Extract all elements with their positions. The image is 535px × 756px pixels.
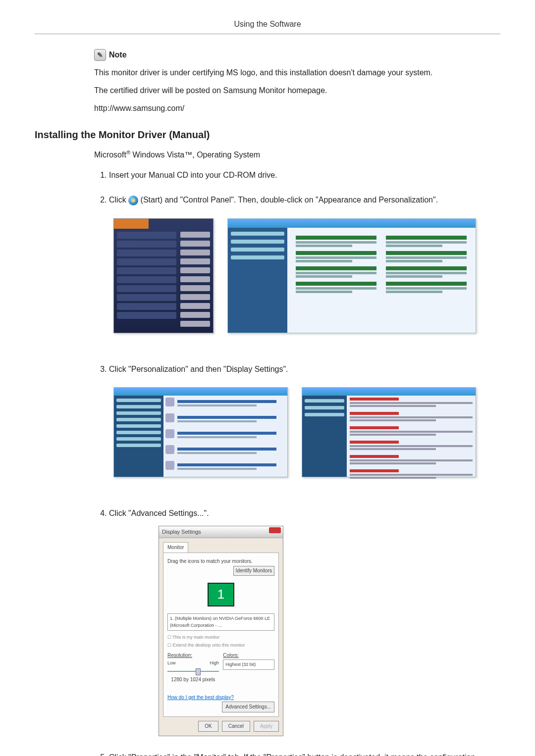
apply-button[interactable]: Apply bbox=[254, 721, 279, 732]
step-5: Click "Properties" in the "Monitor" tab.… bbox=[109, 751, 481, 756]
close-icon[interactable] bbox=[269, 527, 281, 533]
monitor-select-dropdown[interactable]: 1. (Multiple Monitors) on NVIDIA GeForce… bbox=[167, 613, 274, 631]
screenshot-control-panel bbox=[227, 218, 476, 333]
ok-button[interactable]: OK bbox=[198, 721, 218, 732]
page-header-title: Using the Software bbox=[234, 20, 301, 28]
cancel-button[interactable]: Cancel bbox=[222, 721, 250, 732]
screenshot-personalization bbox=[302, 387, 476, 477]
step-1-text: Insert your Manual CD into your CD-ROM d… bbox=[109, 171, 277, 179]
step-3-text: Click "Personalization" and then "Displa… bbox=[109, 365, 288, 373]
section-title: Installing the Monitor Driver (Manual) bbox=[35, 129, 500, 141]
dialog-titlebar: Display Settings bbox=[159, 526, 283, 539]
chk1-label: This is my main monitor bbox=[172, 635, 219, 640]
dialog-title: Display Settings bbox=[162, 529, 201, 535]
subtitle-mid: Windows Vista™, Operating System bbox=[130, 151, 260, 159]
step-2: Click ◉ (Start) and "Control Panel". The… bbox=[109, 194, 481, 348]
screenshot-appearance-personalization bbox=[113, 387, 288, 477]
step-2-text-a: Click bbox=[109, 196, 128, 204]
subtitle-pre: Microsoft bbox=[94, 151, 126, 159]
monitor-icon[interactable]: 1 bbox=[208, 583, 234, 606]
registered-mark: ® bbox=[126, 150, 130, 155]
screenshot-start-menu bbox=[113, 218, 214, 333]
advanced-settings-button[interactable]: Advanced Settings... bbox=[222, 702, 274, 712]
help-link[interactable]: How do I get the best display? bbox=[167, 694, 234, 702]
chk2-label: Extend the desktop onto this monitor bbox=[173, 643, 245, 648]
note-label: Note bbox=[109, 50, 127, 59]
monitor-number: 1 bbox=[217, 584, 224, 605]
resolution-slider[interactable] bbox=[167, 671, 219, 672]
note-line-2: The certified driver will be posted on S… bbox=[94, 85, 481, 97]
note-block: ✎ Note This monitor driver is under cert… bbox=[94, 49, 481, 114]
checkbox-main-monitor[interactable]: ☐ This is my main monitor bbox=[167, 634, 274, 641]
note-line-1: This monitor driver is under certifying … bbox=[94, 67, 481, 79]
note-text: This monitor driver is under certifying … bbox=[94, 67, 481, 114]
identify-monitors-button[interactable]: Identify Monitors bbox=[233, 566, 274, 576]
step-2-text-b: (Start) and "Control Panel". Then, doubl… bbox=[141, 196, 438, 204]
dialog-panel: Drag the icons to match your monitors. I… bbox=[163, 553, 279, 717]
section-subtitle: Microsoft® Windows Vista™, Operating Sys… bbox=[94, 149, 500, 161]
drag-instruction: Drag the icons to match your monitors. bbox=[167, 558, 253, 564]
colors-group: Colors: Highest (32 bit) bbox=[223, 652, 274, 685]
colors-label: Colors: bbox=[223, 652, 274, 659]
screenshot-display-settings-dialog: Display Settings Monitor Drag the icons … bbox=[159, 526, 283, 737]
dialog-button-row: OK Cancel Apply bbox=[163, 721, 279, 732]
step-3: Click "Personalization" and then "Displa… bbox=[109, 363, 481, 493]
slider-low: Low bbox=[167, 659, 176, 666]
note-icon: ✎ bbox=[94, 49, 106, 61]
page-header: Using the Software bbox=[35, 20, 500, 34]
note-label-row: ✎ Note bbox=[94, 49, 481, 61]
current-resolution: 1280 by 1024 pixels bbox=[167, 676, 219, 684]
colors-dropdown[interactable]: Highest (32 bit) bbox=[223, 659, 274, 669]
step-4: Click "Advanced Settings...". Display Se… bbox=[109, 507, 481, 736]
note-line-3: http://www.samsung.com/ bbox=[94, 102, 481, 114]
step-1: Insert your Manual CD into your CD-ROM d… bbox=[109, 169, 481, 182]
step-5-text: Click "Properties" in the "Monitor" tab.… bbox=[109, 753, 475, 756]
step-4-text: Click "Advanced Settings...". bbox=[109, 509, 209, 517]
screenshot-row-step3 bbox=[109, 381, 481, 492]
resolution-group: Resolution: Low High 1280 by 1024 pixels bbox=[167, 652, 219, 685]
windows-start-icon: ◉ bbox=[128, 196, 138, 205]
tab-monitor[interactable]: Monitor bbox=[163, 542, 188, 553]
steps-list: Insert your Manual CD into your CD-ROM d… bbox=[109, 169, 481, 756]
slider-high: High bbox=[210, 659, 219, 666]
screenshot-row-step2 bbox=[109, 212, 481, 348]
resolution-label: Resolution: bbox=[167, 652, 219, 659]
checkbox-extend-desktop[interactable]: ☐ Extend the desktop onto this monitor bbox=[167, 642, 274, 649]
